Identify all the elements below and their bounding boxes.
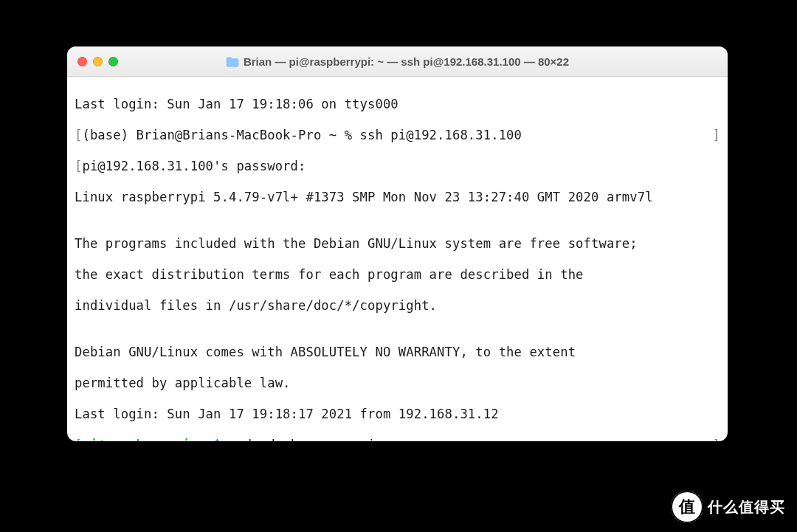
terminal-window: Brian — pi@raspberrypi: ~ — ssh pi@192.1… [67, 46, 728, 441]
bracket-icon: ] [713, 438, 720, 441]
minimize-icon[interactable] [93, 57, 103, 66]
terminal-line: Linux raspberrypi 5.4.79-v7l+ #1373 SMP … [75, 190, 720, 205]
titlebar[interactable]: Brian — pi@raspberrypi: ~ — ssh pi@192.1… [67, 46, 728, 77]
folder-icon [226, 56, 239, 66]
watermark-badge-icon: 值 [672, 492, 702, 522]
prompt-path: ~ $ [198, 438, 221, 441]
title-wrap: Brian — pi@raspberrypi: ~ — ssh pi@192.1… [67, 55, 728, 68]
bracket-icon: [ [75, 128, 82, 143]
prompt-user-host: pi@raspberrypi [82, 438, 190, 441]
local-prompt: (base) Brian@Brians-MacBook-Pro ~ % [82, 128, 359, 142]
bracket-icon: ] [713, 128, 720, 143]
terminal-line: Last login: Sun Jan 17 19:18:06 on ttys0… [75, 97, 720, 112]
terminal-body[interactable]: Last login: Sun Jan 17 19:18:06 on ttys0… [67, 77, 728, 441]
terminal-line: Debian GNU/Linux comes with ABSOLUTELY N… [75, 345, 720, 360]
terminal-line: the exact distribution terms for each pr… [75, 267, 720, 283]
bracket-icon: [ [75, 159, 82, 174]
command-text: sudo docker --version [221, 438, 391, 441]
terminal-line: individual files in /usr/share/doc/*/cop… [75, 298, 720, 314]
terminal-line: The programs included with the Debian GN… [75, 236, 720, 252]
terminal-line: permitted by applicable law. [75, 376, 720, 391]
bracket-icon: [ [75, 438, 82, 441]
command-text: ssh pi@192.168.31.100 [360, 128, 522, 142]
terminal-line: [(base) Brian@Brians-MacBook-Pro ~ % ssh… [75, 128, 720, 143]
window-controls [77, 57, 118, 66]
close-icon[interactable] [77, 57, 87, 66]
watermark-text: 什么值得买 [708, 497, 785, 517]
prompt-sep: : [190, 438, 198, 441]
watermark: 值 什么值得买 [672, 492, 785, 522]
zoom-icon[interactable] [108, 57, 118, 66]
terminal-line: Last login: Sun Jan 17 19:18:17 2021 fro… [75, 407, 720, 422]
prompt-line: [pi@raspberrypi:~ $ sudo docker --versio… [75, 438, 720, 441]
window-title: Brian — pi@raspberrypi: ~ — ssh pi@192.1… [244, 55, 569, 68]
terminal-line: [pi@192.168.31.100's password: [75, 159, 720, 174]
password-prompt: pi@192.168.31.100's password: [82, 159, 306, 173]
